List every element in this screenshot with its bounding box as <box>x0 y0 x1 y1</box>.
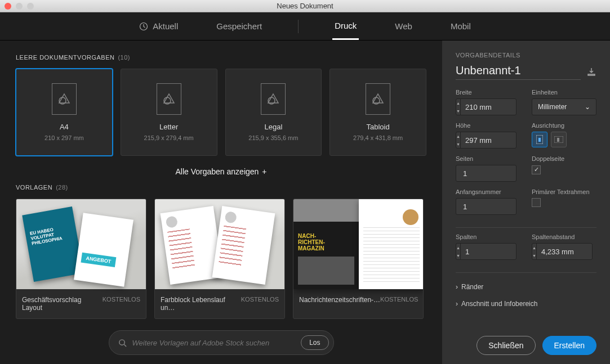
tab-recent[interactable]: Aktuell <box>137 14 180 39</box>
gutter-label: Spaltenabstand <box>532 233 596 240</box>
divider <box>456 227 596 228</box>
template-card[interactable]: Farbblock Lebenslauf un…KOSTENLOS <box>154 199 285 319</box>
columns-input[interactable]: ▲▼ <box>456 243 517 260</box>
tab-saved[interactable]: Gespeichert <box>214 14 264 39</box>
facing-pages-label: Doppelseite <box>532 155 596 162</box>
tab-print[interactable]: Druck <box>332 13 359 40</box>
tab-web[interactable]: Web <box>393 14 415 39</box>
chevron-down-icon: ⌄ <box>585 103 590 111</box>
template-thumbnail <box>155 199 284 289</box>
window-title: Neues Dokument <box>0 2 610 10</box>
units-select[interactable]: Millimeter ⌄ <box>532 98 596 115</box>
increment-button[interactable]: ▲ <box>456 132 460 140</box>
page-icon <box>261 83 286 115</box>
orientation-portrait-button[interactable] <box>532 132 547 147</box>
document-name-input[interactable]: Unbenannt-1 <box>456 64 581 80</box>
bleed-accordion[interactable]: ›Anschnitt und Infobereich <box>456 295 596 312</box>
preset-a4[interactable]: A4 210 x 297 mm <box>16 69 113 156</box>
height-input[interactable]: ▲▼ <box>456 132 517 149</box>
columns-label: Spalten <box>456 233 520 240</box>
divider <box>456 272 596 273</box>
preset-letter[interactable]: Letter 215,9 x 279,4 mm <box>121 69 217 156</box>
tab-mobile[interactable]: Mobil <box>448 14 473 39</box>
templates-grid: Geschäftsvorschlag LayoutKOSTENLOS Farbb… <box>16 199 426 319</box>
preset-tabloid[interactable]: Tabloid 279,4 x 431,8 mm <box>330 69 426 156</box>
window-titlebar: Neues Dokument <box>0 0 610 12</box>
margins-accordion[interactable]: ›Ränder <box>456 278 596 295</box>
decrement-button[interactable]: ▼ <box>456 107 460 115</box>
gutter-input[interactable]: ▲▼ <box>532 243 593 260</box>
template-card[interactable]: Nachrichtenzeitschriften-…KOSTENLOS <box>293 199 424 319</box>
pages-label: Seiten <box>456 155 520 162</box>
templates-heading: VORLAGEN(28) <box>16 184 426 191</box>
page-icon <box>157 83 181 115</box>
height-label: Höhe <box>456 122 520 129</box>
orientation-landscape-button[interactable] <box>551 132 567 147</box>
stock-search-input[interactable] <box>132 339 296 347</box>
create-button[interactable]: Erstellen <box>542 336 596 355</box>
increment-button[interactable]: ▲ <box>456 99 460 107</box>
page-icon <box>366 83 390 115</box>
blank-presets-heading: LEERE DOKUMENTVORGABEN(10) <box>16 54 426 61</box>
blank-presets-grid: A4 210 x 297 mm Letter 215,9 x 279,4 mm … <box>16 69 426 156</box>
save-preset-icon[interactable] <box>586 67 596 77</box>
facing-pages-checkbox[interactable]: ✓ <box>532 165 541 174</box>
preset-details-panel: VORGABENDETAILS Unbenannt-1 Breite ▲▼ Ei… <box>442 41 610 364</box>
tab-separator <box>298 20 299 33</box>
presets-templates-panel: LEERE DOKUMENTVORGABEN(10) A4 210 x 297 … <box>0 41 442 364</box>
startnum-input[interactable] <box>456 198 517 215</box>
show-all-presets-button[interactable]: Alle Vorgaben anzeigen+ <box>16 156 426 184</box>
clock-icon <box>139 22 148 31</box>
template-thumbnail <box>293 199 423 289</box>
search-icon <box>118 339 127 347</box>
stock-search-box[interactable]: Los <box>109 330 334 355</box>
width-input[interactable]: ▲▼ <box>456 98 517 115</box>
details-heading: VORGABENDETAILS <box>456 52 596 59</box>
svg-rect-9 <box>557 138 559 142</box>
page-icon <box>52 83 77 115</box>
primary-textframe-checkbox[interactable] <box>532 198 541 207</box>
decrement-button[interactable]: ▼ <box>456 251 460 259</box>
decrement-button[interactable]: ▼ <box>532 251 536 259</box>
increment-button[interactable]: ▲ <box>532 244 536 251</box>
chevron-right-icon: › <box>456 300 458 308</box>
decrement-button[interactable]: ▼ <box>456 140 460 148</box>
increment-button[interactable]: ▲ <box>456 244 460 251</box>
width-label: Breite <box>456 89 520 96</box>
template-thumbnail <box>16 199 146 289</box>
search-go-button[interactable]: Los <box>301 335 328 350</box>
category-tabs: Aktuell Gespeichert Druck Web Mobil <box>0 12 610 41</box>
startnum-label: Anfangsnummer <box>456 188 520 195</box>
primary-textframe-label: Primärer Textrahmen <box>532 188 596 195</box>
template-card[interactable]: Geschäftsvorschlag LayoutKOSTENLOS <box>16 199 146 319</box>
close-button[interactable]: Schließen <box>477 336 535 355</box>
plus-icon: + <box>262 167 266 176</box>
svg-rect-7 <box>538 138 541 142</box>
orientation-label: Ausrichtung <box>532 122 596 129</box>
pages-input[interactable] <box>456 165 517 182</box>
units-label: Einheiten <box>532 89 596 96</box>
svg-point-5 <box>119 339 124 344</box>
preset-legal[interactable]: Legal 215,9 x 355,6 mm <box>225 69 322 156</box>
chevron-right-icon: › <box>456 283 458 291</box>
